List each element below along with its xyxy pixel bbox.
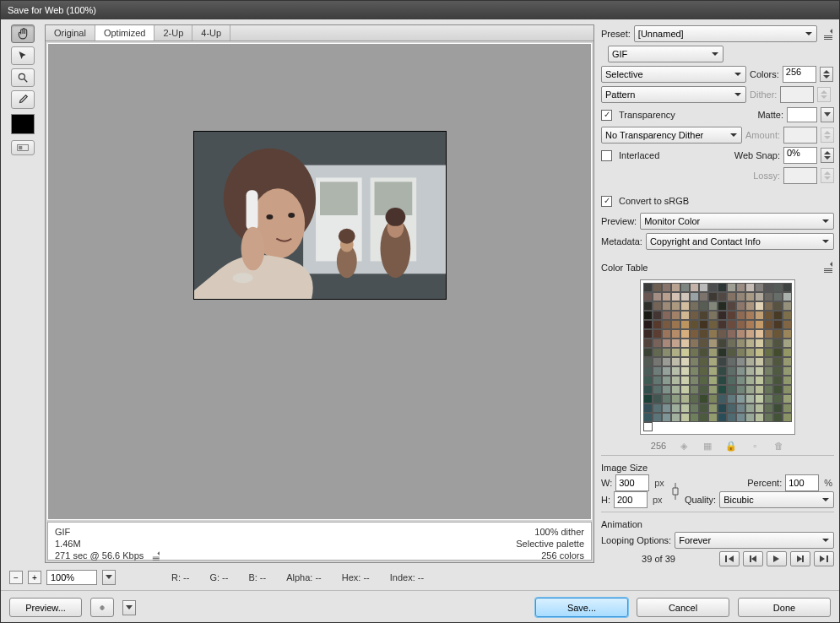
- last-frame-button[interactable]: [814, 551, 834, 566]
- color-table-swatch[interactable]: [699, 311, 708, 320]
- color-reduction-dropdown[interactable]: Selective: [601, 66, 746, 83]
- color-table-swatch[interactable]: [708, 301, 718, 311]
- color-table-swatch[interactable]: [671, 283, 680, 292]
- color-table-swatch[interactable]: [680, 292, 690, 301]
- color-table-swatch[interactable]: [745, 339, 755, 348]
- slice-select-tool[interactable]: [11, 46, 35, 65]
- color-table-swatch[interactable]: [653, 339, 662, 348]
- color-table-swatch[interactable]: [745, 413, 755, 422]
- color-table-swatch[interactable]: [708, 385, 718, 394]
- color-table-swatch[interactable]: [699, 394, 708, 404]
- color-table-swatch[interactable]: [671, 301, 680, 311]
- color-table-swatch[interactable]: [764, 320, 773, 329]
- color-table-swatch[interactable]: [662, 385, 671, 394]
- color-table-swatch[interactable]: [643, 394, 653, 404]
- color-table-swatch[interactable]: [708, 329, 718, 339]
- preview-dropdown[interactable]: Monitor Color: [640, 213, 834, 230]
- color-table-swatch[interactable]: [662, 376, 671, 385]
- color-table-swatch[interactable]: [727, 301, 736, 311]
- color-table-swatch[interactable]: [699, 348, 708, 357]
- color-table-swatch[interactable]: [718, 301, 727, 311]
- color-table-swatch[interactable]: [680, 394, 690, 404]
- color-table-swatch[interactable]: [773, 357, 783, 366]
- color-table-swatch[interactable]: [755, 385, 764, 394]
- color-table-swatch[interactable]: [680, 376, 690, 385]
- color-table-swatch[interactable]: [783, 366, 792, 376]
- preview-canvas[interactable]: [47, 43, 592, 520]
- color-table-swatch[interactable]: [773, 301, 783, 311]
- color-table-swatch[interactable]: [708, 376, 718, 385]
- color-table-swatch[interactable]: [764, 376, 773, 385]
- color-table-swatch[interactable]: [764, 394, 773, 404]
- color-table-swatch[interactable]: [708, 320, 718, 329]
- color-table-swatch[interactable]: [671, 348, 680, 357]
- color-table-swatch[interactable]: [755, 404, 764, 413]
- lock-color-icon[interactable]: 🔒: [725, 440, 737, 452]
- color-table-swatch[interactable]: [764, 283, 773, 292]
- color-table-swatch[interactable]: [671, 366, 680, 376]
- height-input[interactable]: [614, 491, 648, 508]
- color-table-swatch[interactable]: [783, 348, 792, 357]
- color-table-swatch[interactable]: [764, 348, 773, 357]
- color-table-swatch[interactable]: [643, 357, 653, 366]
- color-table-swatch[interactable]: [662, 339, 671, 348]
- color-table-swatch[interactable]: [736, 394, 745, 404]
- color-table-swatch[interactable]: [783, 404, 792, 413]
- color-table-swatch[interactable]: [653, 320, 662, 329]
- metadata-dropdown[interactable]: Copyright and Contact Info: [646, 233, 834, 250]
- color-table-swatch[interactable]: [643, 404, 653, 413]
- color-table-swatch[interactable]: [653, 311, 662, 320]
- color-table-swatch[interactable]: [727, 311, 736, 320]
- color-table-menu-icon[interactable]: [821, 261, 834, 273]
- color-table-swatch[interactable]: [643, 376, 653, 385]
- color-table-swatch[interactable]: [653, 394, 662, 404]
- color-table-swatch[interactable]: [699, 301, 708, 311]
- color-table-swatch[interactable]: [783, 413, 792, 422]
- color-table-swatch[interactable]: [736, 413, 745, 422]
- matte-color-swatch[interactable]: [787, 107, 817, 122]
- color-table-swatch[interactable]: [708, 366, 718, 376]
- color-table-swatch[interactable]: [680, 348, 690, 357]
- color-table-swatch[interactable]: [643, 348, 653, 357]
- color-table-swatch[interactable]: [718, 366, 727, 376]
- save-button[interactable]: Save...: [535, 598, 628, 617]
- color-table-swatch[interactable]: [680, 366, 690, 376]
- color-table-swatch[interactable]: [718, 329, 727, 339]
- color-table-swatch[interactable]: [755, 394, 764, 404]
- color-table-swatch[interactable]: [727, 404, 736, 413]
- color-table-swatch[interactable]: [764, 292, 773, 301]
- color-table-swatch[interactable]: [680, 320, 690, 329]
- color-table-swatch[interactable]: [671, 404, 680, 413]
- color-table-swatch[interactable]: [745, 311, 755, 320]
- color-table-swatch[interactable]: [727, 413, 736, 422]
- color-table-swatch[interactable]: [718, 292, 727, 301]
- color-table-swatch[interactable]: [764, 311, 773, 320]
- color-table-swatch[interactable]: [690, 320, 699, 329]
- color-table-swatch[interactable]: [783, 283, 792, 292]
- color-table-swatch[interactable]: [653, 348, 662, 357]
- color-table-swatch[interactable]: [680, 301, 690, 311]
- color-table-swatch[interactable]: [783, 339, 792, 348]
- color-table-swatch[interactable]: [727, 348, 736, 357]
- color-table-swatch[interactable]: [783, 385, 792, 394]
- color-table-swatch[interactable]: [755, 357, 764, 366]
- color-table-swatch[interactable]: [708, 404, 718, 413]
- map-transparent-icon[interactable]: ▦: [702, 440, 713, 452]
- color-table-swatch[interactable]: [773, 339, 783, 348]
- color-table-swatch[interactable]: [680, 329, 690, 339]
- zoom-tool[interactable]: [11, 68, 35, 87]
- color-table-swatch[interactable]: [708, 413, 718, 422]
- color-table-swatch[interactable]: [764, 339, 773, 348]
- color-table-swatch[interactable]: [783, 357, 792, 366]
- color-table-swatch[interactable]: [680, 311, 690, 320]
- color-table-swatch[interactable]: [718, 404, 727, 413]
- color-table-swatch[interactable]: [736, 357, 745, 366]
- color-table-swatch[interactable]: [745, 348, 755, 357]
- color-table-swatch[interactable]: [718, 394, 727, 404]
- optimize-menu-icon[interactable]: [821, 28, 834, 40]
- next-frame-button[interactable]: [790, 551, 810, 566]
- hand-tool[interactable]: [11, 24, 35, 43]
- color-table-swatch[interactable]: [653, 385, 662, 394]
- color-table-swatch[interactable]: [643, 311, 653, 320]
- color-table-swatch[interactable]: [745, 283, 755, 292]
